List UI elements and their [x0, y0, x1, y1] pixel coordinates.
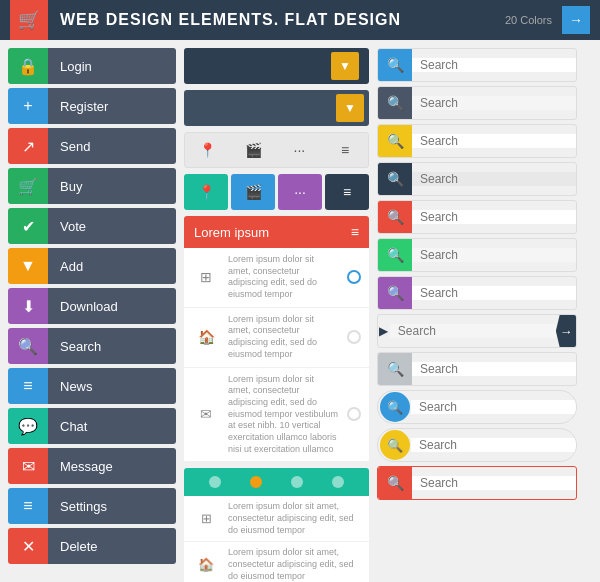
card-grid-icon: ⊞ — [192, 263, 220, 291]
search-input-2[interactable] — [412, 96, 577, 110]
search-icon-6: 🔍 — [378, 238, 412, 272]
teal-row-text-2: Lorem ipsum dolor sit amet, consectetur … — [228, 547, 361, 582]
dropdown-1[interactable]: ▼ — [184, 48, 369, 84]
add-button[interactable]: ▼ Add — [8, 248, 176, 284]
news-icon: ≡ — [8, 368, 48, 404]
teal-dot-1 — [209, 476, 221, 488]
search-input-5[interactable] — [412, 210, 577, 224]
delete-button[interactable]: ✕ Delete — [8, 528, 176, 564]
search-input-9[interactable] — [412, 362, 577, 376]
search-button[interactable]: 🔍 Search — [8, 328, 176, 364]
search-input-8[interactable] — [390, 324, 556, 338]
search-icon-1: 🔍 — [378, 48, 412, 82]
teal-row-text-1: Lorem ipsum dolor sit amet, consectetur … — [228, 501, 361, 536]
search-icon-7: 🔍 — [378, 276, 412, 310]
nav-icon-list[interactable]: ≡ — [327, 136, 363, 164]
search-icon-2: 🔍 — [378, 86, 412, 120]
main-content: 🔒 Login + Register ↗ Send 🛒 Buy ✔ Vote ▼… — [0, 40, 600, 582]
nav-colored-dots[interactable]: ··· — [278, 174, 322, 210]
send-icon: ↗ — [8, 128, 48, 164]
news-button[interactable]: ≡ News — [8, 368, 176, 404]
nav-icons-row-1: 📍 🎬 ··· ≡ — [184, 132, 369, 168]
search-bar-8: ▶ → — [377, 314, 577, 348]
settings-icon: ≡ — [8, 488, 48, 524]
search-bar-3: 🔍 — [377, 124, 577, 158]
chat-icon: 💬 — [8, 408, 48, 444]
teal-dot-4 — [332, 476, 344, 488]
nav-icons-row-2: 📍 🎬 ··· ≡ — [184, 174, 369, 210]
download-button[interactable]: ⬇ Download — [8, 288, 176, 324]
message-label: Message — [48, 448, 176, 484]
search-input-11[interactable] — [411, 438, 577, 452]
search-input-12[interactable] — [412, 476, 577, 490]
search-input-7[interactable] — [412, 286, 577, 300]
nav-icon-film[interactable]: 🎬 — [236, 136, 272, 164]
card-widget-1: Lorem ipsum ≡ ⊞ Lorem ipsum dolor sit am… — [184, 216, 369, 462]
card-radio-1[interactable] — [347, 270, 361, 284]
close-icon: ✕ — [8, 528, 48, 564]
card-radio-2[interactable] — [347, 330, 361, 344]
check-icon: ✔ — [8, 208, 48, 244]
nav-colored-film[interactable]: 🎬 — [231, 174, 275, 210]
settings-button[interactable]: ≡ Settings — [8, 488, 176, 524]
nav-icon-dots[interactable]: ··· — [281, 136, 317, 164]
search-input-6[interactable] — [412, 248, 577, 262]
search-column: 🔍 🔍 🔍 🔍 🔍 → 🔍 🔍 🔍 — [377, 48, 577, 582]
card-radio-3[interactable] — [347, 407, 361, 421]
send-button[interactable]: ↗ Send — [8, 128, 176, 164]
register-label: Register — [48, 88, 176, 124]
buy-label: Buy — [48, 168, 176, 204]
card-menu-icon[interactable]: ≡ — [351, 224, 359, 240]
teal-row-2: 🏠 Lorem ipsum dolor sit amet, consectetu… — [184, 542, 369, 582]
vote-button[interactable]: ✔ Vote — [8, 208, 176, 244]
card-widget-2: ⊞ Lorem ipsum dolor sit amet, consectetu… — [184, 468, 369, 582]
search-bar-7: 🔍 → — [377, 276, 577, 310]
card-row-3: ✉ Lorem ipsum dolor sit amet, consectetu… — [184, 368, 369, 463]
nav-icon-pin[interactable]: 📍 — [190, 136, 226, 164]
download-icon: ⬇ — [8, 288, 48, 324]
search-bar-9: 🔍 → — [377, 352, 577, 386]
login-button[interactable]: 🔒 Login — [8, 48, 176, 84]
card-row-text-1: Lorem ipsum dolor sit amet, consectetur … — [228, 254, 339, 301]
search-arrow-btn-8[interactable]: → — [556, 314, 576, 348]
register-button[interactable]: + Register — [8, 88, 176, 124]
nav-colored-pin[interactable]: 📍 — [184, 174, 228, 210]
cart-icon: 🛒 — [10, 0, 48, 40]
dropdown-2[interactable]: ▼ — [184, 90, 369, 126]
download-label: Download — [48, 288, 176, 324]
dropdown-arrow-1[interactable]: ▼ — [331, 52, 359, 80]
card-row-1: ⊞ Lorem ipsum dolor sit amet, consectetu… — [184, 248, 369, 308]
down-arrow-icon: ▼ — [8, 248, 48, 284]
card-row-text-3: Lorem ipsum dolor sit amet, consectetur … — [228, 374, 339, 456]
buy-button[interactable]: 🛒 Buy — [8, 168, 176, 204]
search-bar-1: 🔍 — [377, 48, 577, 82]
vote-label: Vote — [48, 208, 176, 244]
dropdown-arrow-2[interactable]: ▼ — [336, 94, 364, 122]
search-bar-11: 🔍 — [377, 428, 577, 462]
nav-colored-list[interactable]: ≡ — [325, 174, 369, 210]
search-bar-10: 🔍 🔍 — [377, 390, 577, 424]
message-button[interactable]: ✉ Message — [8, 448, 176, 484]
plus-icon: + — [8, 88, 48, 124]
add-label: Add — [48, 248, 176, 284]
search-input-1[interactable] — [412, 58, 577, 72]
teal-grid-icon: ⊞ — [192, 505, 220, 533]
button-column: 🔒 Login + Register ↗ Send 🛒 Buy ✔ Vote ▼… — [8, 48, 176, 582]
search-icon-10: 🔍 — [380, 392, 410, 422]
search-bar-6: 🔍 🔍 — [377, 238, 577, 272]
chat-button[interactable]: 💬 Chat — [8, 408, 176, 444]
chat-label: Chat — [48, 408, 176, 444]
search-input-10[interactable] — [411, 400, 577, 414]
search-input-3[interactable] — [412, 134, 577, 148]
search-input-4[interactable] — [412, 172, 577, 186]
login-label: Login — [48, 48, 176, 84]
search-icon-9: 🔍 — [378, 352, 412, 386]
colors-label: 20 Colors — [505, 14, 552, 26]
next-arrow[interactable]: → — [562, 6, 590, 34]
card-home-icon: 🏠 — [192, 323, 220, 351]
teal-row-1: ⊞ Lorem ipsum dolor sit amet, consectetu… — [184, 496, 369, 542]
teal-dot-2[interactable] — [250, 476, 262, 488]
middle-column: ▼ ▼ 📍 🎬 ··· ≡ 📍 🎬 ··· ≡ Lorem ipsum ≡ — [184, 48, 369, 582]
search-bar-2: 🔍 🔍 — [377, 86, 577, 120]
news-label: News — [48, 368, 176, 404]
